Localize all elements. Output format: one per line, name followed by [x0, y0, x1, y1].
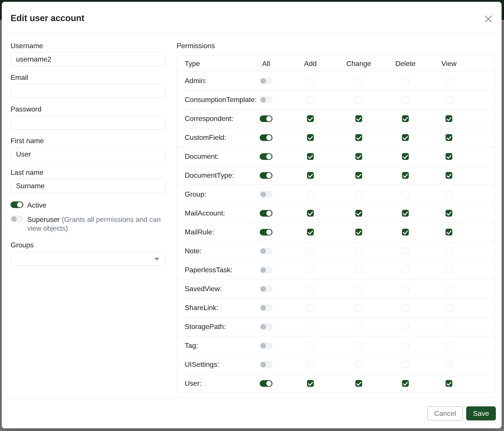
permission-add-checkbox[interactable] [307, 342, 314, 349]
permission-all-toggle[interactable] [260, 286, 272, 292]
permission-type-label: PaperlessTask: [185, 266, 233, 274]
permission-view-checkbox[interactable] [446, 77, 452, 84]
permission-delete-checkbox[interactable] [402, 380, 409, 387]
permission-change-checkbox[interactable] [355, 248, 362, 254]
permission-change-checkbox[interactable] [355, 115, 362, 122]
permission-view-checkbox[interactable] [446, 229, 452, 235]
permission-view-checkbox[interactable] [446, 304, 452, 311]
permission-delete-checkbox[interactable] [402, 191, 409, 198]
permission-change-checkbox[interactable] [355, 153, 362, 160]
permission-delete-checkbox[interactable] [402, 172, 409, 179]
permission-change-checkbox[interactable] [355, 191, 362, 198]
permission-delete-checkbox[interactable] [402, 267, 409, 273]
permission-view-checkbox[interactable] [446, 96, 452, 103]
permission-delete-checkbox[interactable] [402, 304, 409, 311]
permission-all-toggle[interactable] [260, 97, 272, 103]
permission-all-toggle[interactable] [260, 116, 272, 122]
first-name-input[interactable] [10, 147, 166, 162]
permission-view-checkbox[interactable] [446, 248, 452, 254]
permission-all-toggle[interactable] [260, 305, 272, 311]
permission-change-checkbox[interactable] [355, 172, 362, 179]
permission-all-toggle[interactable] [260, 229, 272, 235]
permission-add-checkbox[interactable] [307, 380, 314, 387]
save-button[interactable]: Save [466, 406, 496, 421]
permission-change-checkbox[interactable] [355, 134, 362, 141]
permission-add-checkbox[interactable] [307, 210, 314, 217]
permission-all-toggle[interactable] [260, 210, 272, 217]
permission-add-checkbox[interactable] [307, 191, 314, 198]
cancel-button[interactable]: Cancel [427, 406, 463, 421]
close-button[interactable] [484, 15, 493, 23]
permission-view-checkbox[interactable] [446, 115, 452, 122]
permission-all-toggle[interactable] [260, 191, 272, 198]
permission-delete-checkbox[interactable] [402, 285, 409, 292]
permission-delete-checkbox[interactable] [402, 248, 409, 254]
permission-all-toggle[interactable] [260, 267, 272, 273]
permission-view-checkbox[interactable] [446, 210, 452, 217]
permission-change-checkbox[interactable] [355, 304, 362, 311]
permission-add-checkbox[interactable] [307, 285, 314, 292]
first-name-label: First name [10, 136, 166, 145]
permission-delete-checkbox[interactable] [402, 229, 409, 235]
username-input[interactable] [10, 52, 166, 66]
column-header-view: View [427, 60, 471, 68]
permission-view-checkbox[interactable] [446, 323, 452, 330]
permission-add-checkbox[interactable] [307, 172, 314, 179]
permission-add-checkbox[interactable] [307, 267, 314, 273]
permission-view-checkbox[interactable] [446, 342, 452, 349]
permission-add-checkbox[interactable] [307, 248, 314, 254]
permission-all-toggle[interactable] [260, 380, 272, 387]
permission-delete-checkbox[interactable] [402, 134, 409, 141]
permission-delete-checkbox[interactable] [402, 153, 409, 160]
permission-view-checkbox[interactable] [446, 134, 452, 141]
permission-add-checkbox[interactable] [307, 115, 314, 122]
last-name-input[interactable] [10, 179, 166, 193]
permission-view-checkbox[interactable] [446, 153, 452, 160]
permission-all-toggle[interactable] [260, 323, 272, 330]
permission-all-toggle[interactable] [260, 342, 272, 349]
permission-all-toggle[interactable] [260, 78, 272, 84]
permission-add-checkbox[interactable] [307, 77, 314, 84]
permission-delete-checkbox[interactable] [402, 323, 409, 330]
permission-add-checkbox[interactable] [307, 153, 314, 160]
permission-change-checkbox[interactable] [355, 210, 362, 217]
permission-all-toggle[interactable] [260, 361, 272, 368]
permission-type-label: Correspondent: [185, 115, 233, 123]
permission-change-checkbox[interactable] [355, 342, 362, 349]
permission-change-checkbox[interactable] [355, 77, 362, 84]
password-input[interactable] [10, 116, 166, 130]
permission-add-checkbox[interactable] [307, 304, 314, 311]
permission-add-checkbox[interactable] [307, 323, 314, 330]
permission-all-toggle[interactable] [260, 134, 272, 141]
permission-change-checkbox[interactable] [355, 285, 362, 292]
permission-view-checkbox[interactable] [446, 380, 452, 387]
email-input[interactable] [10, 84, 166, 98]
permission-view-checkbox[interactable] [446, 285, 452, 292]
permission-add-checkbox[interactable] [307, 96, 314, 103]
permission-view-checkbox[interactable] [446, 267, 452, 273]
permission-add-checkbox[interactable] [307, 361, 314, 368]
permission-view-checkbox[interactable] [446, 361, 452, 368]
permission-change-checkbox[interactable] [355, 380, 362, 387]
permission-delete-checkbox[interactable] [402, 210, 409, 217]
groups-select[interactable] [10, 251, 166, 266]
permission-view-checkbox[interactable] [446, 172, 452, 179]
permission-all-toggle[interactable] [260, 248, 272, 254]
superuser-toggle[interactable] [10, 216, 23, 222]
permission-delete-checkbox[interactable] [402, 96, 409, 103]
permission-all-toggle[interactable] [260, 153, 272, 160]
permission-add-checkbox[interactable] [307, 134, 314, 141]
active-toggle[interactable] [10, 201, 23, 208]
permission-add-checkbox[interactable] [307, 229, 314, 235]
permission-change-checkbox[interactable] [355, 267, 362, 273]
permission-change-checkbox[interactable] [355, 323, 362, 330]
permission-change-checkbox[interactable] [355, 361, 362, 368]
permission-change-checkbox[interactable] [355, 96, 362, 103]
permission-delete-checkbox[interactable] [402, 77, 409, 84]
permission-delete-checkbox[interactable] [402, 361, 409, 368]
permission-delete-checkbox[interactable] [402, 115, 409, 122]
permission-delete-checkbox[interactable] [402, 342, 409, 349]
permission-all-toggle[interactable] [260, 172, 272, 179]
permission-view-checkbox[interactable] [446, 191, 452, 198]
permission-change-checkbox[interactable] [355, 229, 362, 235]
